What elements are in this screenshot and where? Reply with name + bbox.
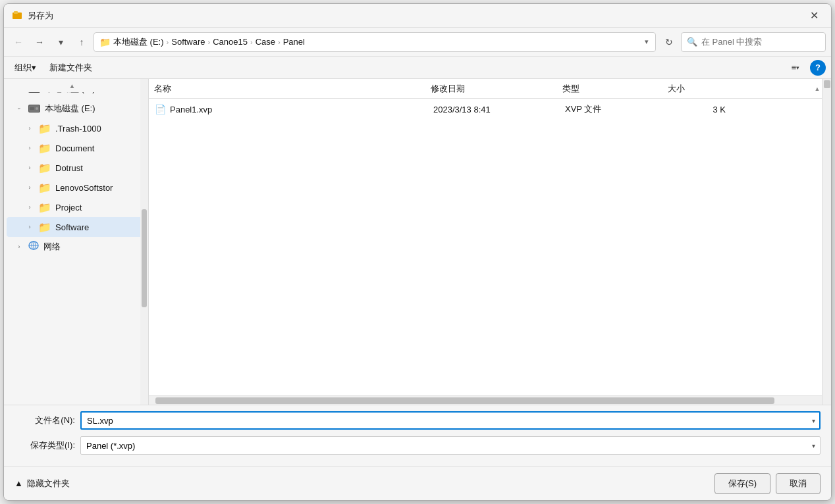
sidebar-item-dotrust[interactable]: › 📁 Dotrust bbox=[7, 158, 146, 178]
sidebar-item-label-document: Document bbox=[55, 143, 140, 153]
title-bar: 另存为 ✕ bbox=[4, 4, 831, 28]
sidebar-item-label-local-disk-2: 本地磁盘 (E:) bbox=[45, 103, 140, 114]
refresh-button[interactable]: ↻ bbox=[660, 33, 678, 51]
expand-arrow-document: › bbox=[25, 143, 34, 153]
sidebar-item-project[interactable]: › 📁 Project bbox=[7, 197, 146, 217]
sidebar-item-local-disk-2[interactable]: › 本地磁盘 (E:) bbox=[7, 99, 146, 118]
folder-icon-trash: 📁 bbox=[38, 122, 51, 135]
nav-dropdown-button[interactable]: ▾ bbox=[51, 33, 70, 51]
folder-icon-document: 📁 bbox=[38, 142, 51, 155]
footer-buttons: 保存(S) 取消 bbox=[714, 473, 821, 494]
file-type: XVP 文件 bbox=[565, 103, 670, 115]
sidebar-scrollbar-thumb bbox=[142, 209, 147, 307]
toolbar: ← → ▾ ↑ 📁 本地磁盘 (E:) › Software › Canoe15… bbox=[4, 28, 831, 57]
view-button[interactable]: ≡ ▾ bbox=[786, 59, 805, 76]
nav-up-button[interactable]: ↑ bbox=[72, 33, 91, 51]
file-date: 2023/3/13 8:41 bbox=[433, 105, 565, 114]
col-header-type[interactable]: 类型 bbox=[557, 83, 662, 95]
svg-rect-9 bbox=[30, 107, 34, 110]
view-options: ≡ ▾ bbox=[786, 59, 805, 76]
file-size: 3 K bbox=[670, 105, 736, 114]
breadcrumb-panel[interactable]: Panel bbox=[283, 37, 305, 47]
filename-label: 文件名(N): bbox=[14, 415, 80, 426]
breadcrumb-local-disk[interactable]: 本地磁盘 (E:) bbox=[113, 36, 164, 48]
file-icon: 📄 bbox=[155, 104, 166, 114]
address-bar[interactable]: 📁 本地磁盘 (E:) › Software › Canoe15 › Case … bbox=[94, 32, 656, 52]
folder-icon-dotrust: 📁 bbox=[38, 162, 51, 174]
filename-input-container: ▾ bbox=[80, 411, 821, 430]
filetype-select[interactable]: Panel (*.xvp) bbox=[80, 436, 821, 455]
organize-menu[interactable]: 组织▾ bbox=[9, 60, 41, 76]
file-name: Panel1.xvp bbox=[170, 105, 433, 114]
close-button[interactable]: ✕ bbox=[805, 7, 823, 25]
menu-bar: 组织▾ 新建文件夹 ≡ ▾ ? bbox=[4, 57, 831, 79]
col-header-scroll-indicator: ▲ bbox=[813, 79, 822, 98]
back-button[interactable]: ← bbox=[9, 33, 28, 51]
sidebar-item-lenovo[interactable]: › 📁 LenovoSoftstor bbox=[7, 178, 146, 197]
file-area: 名称 修改日期 类型 大小 ▲ 📄 Panel1.xvp 2023/3/13 8… bbox=[149, 79, 822, 405]
hide-folders-label: 隐藏文件夹 bbox=[27, 478, 70, 490]
column-headers: 名称 修改日期 类型 大小 ▲ bbox=[149, 79, 822, 99]
expand-arrow-dotrust: › bbox=[25, 163, 34, 172]
filename-input[interactable] bbox=[80, 411, 821, 430]
search-icon: 🔍 bbox=[687, 37, 697, 47]
address-folder-icon: 📁 bbox=[99, 37, 111, 47]
sidebar: ▲ › 本地磁盘 (E:) › bbox=[4, 79, 149, 405]
title-bar-title: 另存为 bbox=[28, 10, 805, 22]
breadcrumb-case[interactable]: Case bbox=[256, 37, 275, 47]
expand-arrow-network: › bbox=[14, 242, 24, 251]
breadcrumb: 本地磁盘 (E:) › Software › Canoe15 › Case › … bbox=[113, 36, 641, 48]
table-row[interactable]: 📄 Panel1.xvp 2023/3/13 8:41 XVP 文件 3 K bbox=[149, 99, 822, 120]
sidebar-item-network[interactable]: › 网络 bbox=[7, 237, 146, 257]
h-scrollbar-thumb bbox=[155, 397, 774, 404]
view-dropdown-arrow: ▾ bbox=[796, 64, 799, 71]
save-button[interactable]: 保存(S) bbox=[714, 473, 770, 494]
drive-icon-2 bbox=[28, 103, 41, 114]
col-header-size[interactable]: 大小 bbox=[662, 83, 728, 95]
view-icon: ≡ bbox=[792, 63, 797, 72]
search-input[interactable] bbox=[701, 37, 820, 47]
sidebar-item-trash[interactable]: › 📁 .Trash-1000 bbox=[7, 118, 146, 138]
help-button[interactable]: ? bbox=[810, 60, 826, 76]
filetype-input-container: Panel (*.xvp) ▾ bbox=[80, 436, 821, 455]
filename-row: 文件名(N): ▾ bbox=[14, 411, 821, 430]
save-dialog: 另存为 ✕ ← → ▾ ↑ 📁 本地磁盘 (E:) › Software › C… bbox=[3, 3, 832, 501]
sidebar-item-software[interactable]: › 📁 Software bbox=[7, 217, 146, 237]
h-scrollbar[interactable] bbox=[149, 395, 822, 405]
sidebar-item-document[interactable]: › 📁 Document bbox=[7, 138, 146, 158]
filetype-row: 保存类型(I): Panel (*.xvp) ▾ bbox=[14, 436, 821, 455]
v-scroll-up[interactable] bbox=[824, 80, 830, 88]
footer: ▲ 隐藏文件夹 保存(S) 取消 bbox=[4, 466, 831, 500]
cancel-button[interactable]: 取消 bbox=[776, 473, 821, 494]
breadcrumb-software[interactable]: Software bbox=[171, 37, 205, 47]
folder-icon-project: 📁 bbox=[38, 201, 51, 214]
search-box[interactable]: 🔍 bbox=[681, 32, 826, 52]
address-dropdown-button[interactable]: ▾ bbox=[643, 36, 650, 47]
v-scrollbar[interactable] bbox=[822, 79, 831, 405]
network-icon bbox=[28, 240, 40, 253]
forward-button[interactable]: → bbox=[30, 33, 49, 51]
new-folder-button[interactable]: 新建文件夹 bbox=[44, 60, 97, 76]
svg-rect-1 bbox=[14, 11, 18, 14]
main-area: ▲ › 本地磁盘 (E:) › bbox=[4, 79, 831, 405]
sidebar-item-label-trash: .Trash-1000 bbox=[55, 124, 140, 134]
sidebar-scrollbar[interactable] bbox=[140, 79, 148, 405]
col-header-date[interactable]: 修改日期 bbox=[425, 83, 557, 95]
file-list[interactable]: 📄 Panel1.xvp 2023/3/13 8:41 XVP 文件 3 K bbox=[149, 99, 822, 395]
sidebar-scroll-up[interactable]: ▲ bbox=[4, 79, 140, 92]
sidebar-item-label-software: Software bbox=[55, 222, 140, 232]
expand-arrow-project: › bbox=[25, 203, 34, 212]
col-header-name[interactable]: 名称 bbox=[149, 83, 425, 95]
folder-icon-lenovo: 📁 bbox=[38, 182, 51, 194]
hide-folders-toggle[interactable]: ▲ 隐藏文件夹 bbox=[14, 478, 714, 490]
expand-arrow-software: › bbox=[25, 222, 34, 232]
sidebar-item-label-network: 网络 bbox=[43, 241, 140, 253]
folder-icon-software: 📁 bbox=[38, 221, 51, 234]
expand-arrow-lenovo: › bbox=[25, 183, 34, 192]
sidebar-item-label-lenovo: LenovoSoftstor bbox=[55, 183, 140, 193]
expand-arrow-local-disk-2: › bbox=[14, 104, 24, 113]
bottom-section: 文件名(N): ▾ 保存类型(I): Panel (*.xvp) ▾ bbox=[4, 405, 831, 466]
filetype-label: 保存类型(I): bbox=[14, 440, 80, 451]
breadcrumb-canoe15[interactable]: Canoe15 bbox=[213, 37, 248, 47]
title-bar-icon bbox=[12, 11, 22, 21]
